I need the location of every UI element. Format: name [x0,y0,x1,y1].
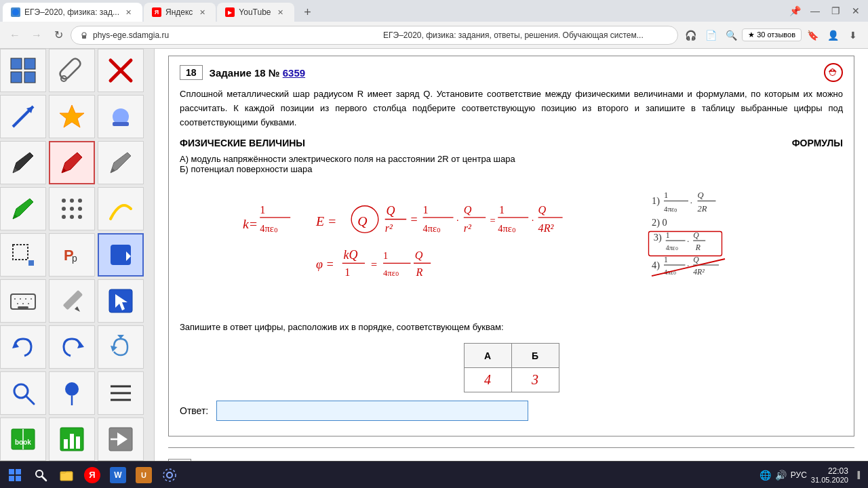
bookmark-icon[interactable]: 🔖 [803,26,822,45]
tool-pen-green[interactable] [0,187,46,230]
tab-close-youtube[interactable]: ✕ [275,7,286,18]
reviews-label: ★ 30 отзывов [748,30,795,39]
profile-icon[interactable]: 👤 [823,26,842,45]
task-18-link[interactable]: 6359 [283,67,305,79]
svg-text:1: 1 [664,256,668,264]
tool-share[interactable] [98,418,144,461]
tool-wrench[interactable] [49,49,95,92]
tool-redo[interactable] [49,325,95,369]
tab-close-ege[interactable]: ✕ [123,7,134,18]
svg-point-149 [167,472,172,478]
svg-point-150 [163,469,176,481]
tool-pen-red[interactable] [49,141,95,184]
physics-header: ФИЗИЧЕСКИЕ ВЕЛИЧИНЫ [180,138,305,148]
tool-star[interactable] [49,95,95,138]
tool-pen-black[interactable] [0,141,46,184]
reader-icon[interactable]: 📄 [701,26,720,45]
refresh-button[interactable]: ↻ [49,26,68,45]
app2-taskbar-button[interactable] [157,463,182,487]
tool-pencil2[interactable] [49,279,95,323]
start-button[interactable] [3,463,27,487]
app-icon: U [136,467,152,483]
svg-text:Q: Q [387,205,395,218]
tab-favicon-youtube: ▶ [225,7,235,17]
restore-button[interactable]: ❐ [826,1,845,20]
address-bar[interactable]: phys-ege.sdamgia.ru ЕГЭ–2020, физика: за… [71,26,678,45]
tab-yandex[interactable]: Я Яндекс ✕ [144,3,216,22]
svg-text:1: 1 [260,204,265,216]
svg-text:φ =: φ = [316,258,334,271]
back-button[interactable]: ← [5,26,24,45]
pin-button[interactable]: 📌 [785,1,804,20]
search-taskbar-button[interactable] [28,463,53,487]
tool-book[interactable]: book [0,418,46,461]
tool-eraser[interactable] [98,95,144,138]
tool-grid[interactable] [0,49,46,92]
taskbar: Я W U 🌐 🔊 РУС 22:03 31.05.2020 ▐ [0,461,868,488]
svg-text:R: R [695,243,701,252]
tool-dots[interactable] [49,187,95,230]
answer-input[interactable] [216,401,528,421]
svg-text:=: = [490,215,496,226]
tab-youtube[interactable]: ▶ YouTube ✕ [217,3,294,22]
pen-black-icon [9,149,37,176]
search-toolbar-icon[interactable]: 🔍 [722,26,741,45]
svg-text:4πε₀: 4πε₀ [423,223,441,234]
val-b: 3 [532,372,538,387]
svg-rect-3 [11,58,22,69]
yandex-taskbar-button[interactable]: Я [80,463,104,487]
file-explorer-button[interactable] [54,463,79,487]
tool-select[interactable] [98,279,144,323]
new-tab-button[interactable]: + [298,3,317,22]
browser-frame: ЕГЭ–2020, физика: зад... ✕ Я Яндекс ✕ ▶ … [0,0,868,488]
tab-ege[interactable]: ЕГЭ–2020, физика: зад... ✕ [3,3,142,22]
tool-curve[interactable] [98,187,144,230]
tool-search[interactable] [0,371,46,415]
tool-refresh[interactable] [98,325,144,369]
tool-undo[interactable] [0,325,46,369]
wrench-icon [58,57,85,84]
tool-ptext[interactable]: P p [49,233,95,277]
pin-icon [58,380,85,407]
svg-rect-144 [9,476,14,481]
svg-text:·: · [456,215,459,226]
answer-table-area: А Б 4 3 [180,343,843,392]
help-icon[interactable]: ⛑ [824,63,843,82]
word-taskbar-button[interactable]: W [106,463,130,487]
svg-text:E =: E = [315,214,336,228]
task-18-header: 18 Задание 18 № 6359 ⛑ [180,63,843,82]
minimize-button[interactable]: — [806,1,825,20]
svg-point-23 [70,207,74,211]
svg-text:2R: 2R [698,204,707,214]
tool-arrow-blue[interactable] [0,95,46,138]
task-items: А) модуль напряжённости электрического п… [180,154,843,174]
svg-point-20 [70,199,74,203]
svg-text:1: 1 [423,204,429,216]
forward-button[interactable]: → [27,26,46,45]
show-desktop-button[interactable]: ▐ [852,471,860,479]
svg-text:1: 1 [383,250,388,261]
toolbar-icons: 🎧 📄 🔍 ★ 30 отзывов 🔖 👤 ⬇ [681,26,863,45]
reviews-button[interactable]: ★ 30 отзывов [742,28,802,41]
answer-table: А Б 4 3 [464,343,559,392]
tool-pin[interactable] [49,371,95,415]
close-button[interactable]: ✕ [846,1,865,20]
address-url: phys-ege.sdamgia.ru [93,30,379,40]
download-icon[interactable]: ⬇ [844,26,863,45]
tool-pen-gray[interactable] [98,141,144,184]
tool-keyboard[interactable] [0,279,46,323]
tool-bluebox[interactable] [98,233,144,277]
tool-rect-select[interactable] [0,233,46,277]
svg-rect-42 [18,306,28,308]
taskbar-lang: РУС [791,470,807,480]
tool-chart[interactable] [49,418,95,461]
headphone-icon[interactable]: 🎧 [681,26,700,45]
svg-text:r²: r² [385,222,393,235]
app-taskbar-button[interactable]: U [132,463,156,487]
tool-close[interactable] [98,49,144,92]
pen-gray-icon [107,149,134,176]
tool-lines[interactable] [98,371,144,415]
tab-close-yandex[interactable]: ✕ [197,7,208,18]
svg-text:1: 1 [344,267,350,279]
svg-text:·: · [532,215,534,226]
